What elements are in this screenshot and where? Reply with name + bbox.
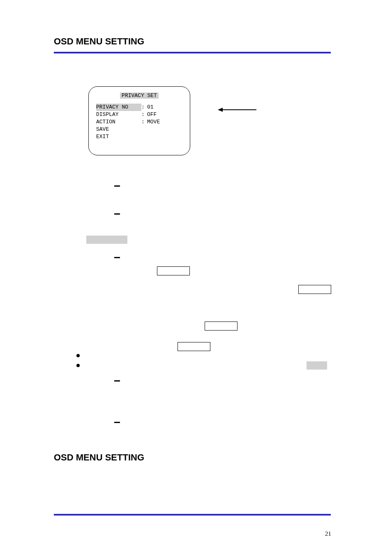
dash-icon — [114, 185, 120, 187]
divider-bottom — [54, 514, 331, 516]
menu-label: DISPLAY — [96, 111, 141, 118]
menu-row-action[interactable]: ACTION : MOVE — [96, 118, 182, 126]
menu-value: MOVE — [147, 118, 160, 126]
grey-strip — [307, 361, 327, 370]
osd-menu-box: PRIVACY SET PRIVACY NO : 01 DISPLAY : OF… — [88, 86, 190, 155]
menu-row-save[interactable]: SAVE — [96, 126, 182, 133]
page-number: 21 — [325, 530, 331, 537]
menu-title-row: PRIVACY SET — [96, 92, 182, 99]
dash-icon — [114, 422, 120, 423]
page-title-top: OSD MENU SETTING — [54, 36, 144, 47]
menu-label: PRIVACY NO — [96, 104, 141, 111]
menu-title: PRIVACY SET — [120, 92, 159, 99]
dash-icon — [114, 257, 120, 258]
dash-icon — [114, 380, 120, 382]
menu-row-privacy-no[interactable]: PRIVACY NO : 01 — [96, 104, 182, 111]
open-box — [205, 321, 238, 331]
menu-label: SAVE — [96, 126, 141, 133]
menu-colon: : — [141, 118, 147, 126]
menu-colon: : — [141, 104, 147, 111]
menu-label: EXIT — [96, 133, 141, 141]
menu-colon: : — [141, 111, 147, 118]
open-box — [178, 342, 210, 351]
menu-value: OFF — [147, 111, 157, 118]
grey-strip — [86, 236, 127, 244]
bullet-icon — [76, 364, 80, 367]
menu-row-display[interactable]: DISPLAY : OFF — [96, 111, 182, 118]
dash-icon — [114, 213, 120, 215]
bullet-icon — [76, 354, 80, 357]
menu-value: 01 — [147, 104, 154, 111]
menu-row-exit[interactable]: EXIT — [96, 133, 182, 141]
page-title-bottom: OSD MENU SETTING — [54, 452, 144, 463]
open-box — [298, 285, 331, 294]
menu-label: ACTION — [96, 118, 141, 126]
arrow-left-icon — [219, 109, 256, 110]
open-box — [157, 266, 190, 275]
divider-top — [54, 52, 331, 53]
